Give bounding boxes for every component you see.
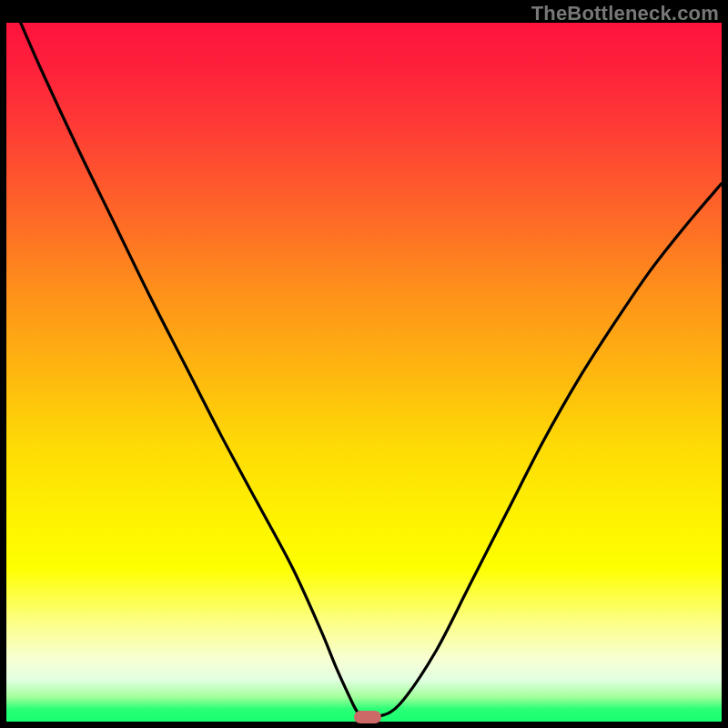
plot-area — [6, 23, 722, 722]
plot-frame — [6, 23, 722, 722]
optimal-point-marker — [354, 711, 381, 723]
background-gradient — [6, 23, 722, 722]
watermark-text: TheBottleneck.com — [531, 2, 719, 25]
chart-container: TheBottleneck.com — [0, 0, 728, 728]
